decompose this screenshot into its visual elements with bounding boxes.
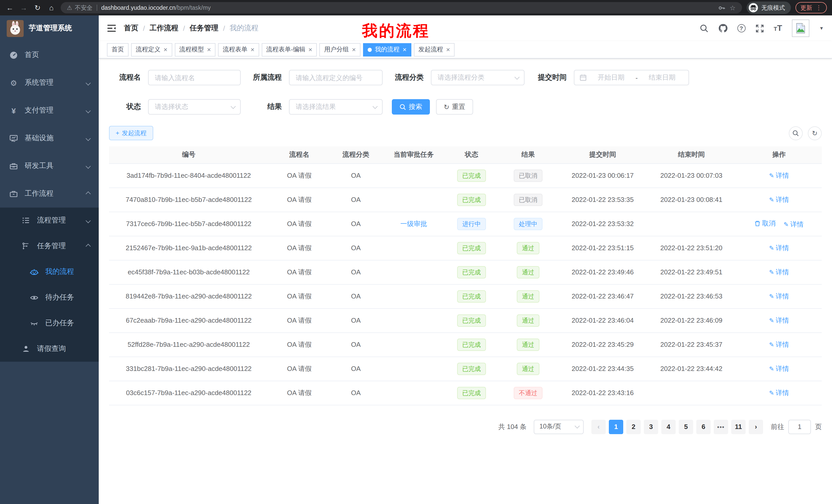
detail-link[interactable]: ✎详情: [769, 243, 789, 253]
detail-link[interactable]: ✎详情: [769, 291, 789, 301]
app-logo[interactable]: 芋道管理系统: [0, 16, 99, 41]
chevron-down-icon: [86, 163, 91, 169]
page-size-select[interactable]: 10条/页: [534, 419, 583, 434]
sidebar-item-devtools[interactable]: 研发工具: [0, 152, 99, 180]
search-button[interactable]: 搜索: [392, 99, 430, 115]
date-range-picker[interactable]: 开始日期 - 结束日期: [574, 70, 689, 85]
reset-button[interactable]: ↻ 重置: [436, 99, 473, 115]
edit-icon: ✎: [769, 341, 774, 347]
result-badge: 通过: [517, 242, 539, 254]
key-icon[interactable]: [718, 4, 726, 11]
sidebar-item-home[interactable]: 首页: [0, 41, 99, 69]
detail-link[interactable]: ✎详情: [769, 316, 789, 325]
bookmark-star-icon[interactable]: ☆: [730, 4, 735, 11]
detail-link[interactable]: ✎详情: [769, 388, 789, 397]
close-icon[interactable]: ×: [251, 46, 254, 53]
close-icon[interactable]: ×: [446, 46, 450, 53]
status-badge: 已完成: [457, 242, 486, 254]
hamburger-collapse-icon[interactable]: [107, 24, 116, 32]
page-button-5[interactable]: 5: [679, 419, 693, 434]
browser-menu-dots-icon[interactable]: ⋮: [816, 4, 822, 11]
process-name-input[interactable]: [148, 70, 241, 85]
breadcrumb: 首页 / 工作流程 / 任务管理 / 我的流程: [124, 24, 258, 33]
tab-my-process[interactable]: 我的流程×: [363, 43, 411, 56]
sidebar-item-process-management[interactable]: 流程管理: [0, 207, 99, 233]
filter-result-label: 结果: [250, 102, 282, 111]
url-text: dashboard.yudao.iocoder.cn/bpm/task/my: [101, 5, 211, 11]
close-icon[interactable]: ×: [163, 46, 167, 53]
next-page-button[interactable]: ›: [749, 419, 763, 434]
tab-home[interactable]: 首页: [107, 43, 129, 56]
page-button-2[interactable]: 2: [626, 419, 641, 434]
browser-reload-icon[interactable]: ↻: [33, 4, 42, 11]
breadcrumb-home[interactable]: 首页: [124, 24, 138, 33]
start-process-button[interactable]: + 发起流程: [109, 126, 153, 140]
goto-page-input[interactable]: [788, 419, 811, 434]
sidebar-item-my-process[interactable]: 我的流程: [0, 259, 99, 285]
process-definition-input[interactable]: [289, 70, 383, 85]
tab-start-process[interactable]: 发起流程×: [414, 43, 454, 56]
category-select[interactable]: 请选择流程分类: [431, 70, 524, 85]
page-button-1[interactable]: 1: [609, 419, 623, 434]
refresh-icon: ↻: [444, 104, 449, 110]
tab-user-group[interactable]: 用户分组×: [319, 43, 361, 56]
edit-icon: ✎: [769, 366, 774, 372]
result-badge: 通过: [517, 266, 539, 278]
current-task-link[interactable]: 一级审批: [400, 220, 427, 227]
sidebar-item-task-management[interactable]: 任务管理: [0, 233, 99, 259]
avatar[interactable]: [792, 20, 809, 37]
sidebar-item-system[interactable]: ⚙ 系统管理: [0, 69, 99, 96]
logo-image: [7, 20, 24, 37]
detail-link[interactable]: ✎详情: [784, 220, 804, 229]
tab-process-definition[interactable]: 流程定义×: [131, 43, 172, 56]
font-size-icon[interactable]: TT: [774, 24, 782, 32]
cancel-link[interactable]: 取消: [754, 219, 775, 228]
github-icon[interactable]: [718, 24, 727, 33]
page-button-11[interactable]: 11: [731, 419, 746, 434]
close-icon[interactable]: ×: [309, 46, 312, 53]
address-bar[interactable]: ⚠ 不安全 dashboard.yudao.iocoder.cn/bpm/tas…: [61, 2, 742, 13]
sidebar-item-done-tasks[interactable]: 已办任务: [0, 310, 99, 336]
help-icon[interactable]: ?: [737, 24, 745, 32]
sidebar-item-leave-query[interactable]: 请假查询: [0, 336, 99, 362]
browser-back-icon[interactable]: ←: [5, 4, 15, 11]
toggle-search-button[interactable]: [789, 126, 803, 140]
detail-link[interactable]: ✎详情: [769, 268, 789, 277]
breadcrumb-task-management[interactable]: 任务管理: [190, 24, 218, 33]
browser-forward-icon[interactable]: →: [19, 4, 28, 11]
sidebar-item-infra[interactable]: 基础设施: [0, 124, 99, 152]
chevron-up-icon: [86, 191, 91, 196]
sidebar-item-payment[interactable]: ¥ 支付管理: [0, 96, 99, 124]
detail-link[interactable]: ✎详情: [769, 364, 789, 373]
refresh-table-button[interactable]: ↻: [808, 126, 822, 140]
page-button-3[interactable]: 3: [644, 419, 658, 434]
detail-link[interactable]: ✎详情: [769, 195, 789, 204]
trash-icon: [754, 220, 760, 226]
avatar-caret-icon[interactable]: ▼: [819, 26, 824, 31]
close-icon[interactable]: ×: [402, 46, 407, 53]
sidebar-item-todo-tasks[interactable]: 待办任务: [0, 285, 99, 310]
detail-link[interactable]: ✎详情: [769, 171, 789, 180]
tab-process-form[interactable]: 流程表单×: [218, 43, 259, 56]
page-button-6[interactable]: 6: [696, 419, 711, 434]
tab-process-form-edit[interactable]: 流程表单-编辑×: [262, 43, 317, 56]
browser-home-icon[interactable]: ⌂: [47, 4, 56, 11]
app-header: 首页 / 工作流程 / 任务管理 / 我的流程 ?: [99, 16, 832, 41]
close-icon[interactable]: ×: [207, 46, 211, 53]
sidebar-item-workflow[interactable]: 工作流程: [0, 180, 99, 207]
detail-link[interactable]: ✎详情: [769, 340, 789, 349]
security-chip[interactable]: ⚠ 不安全: [67, 4, 93, 11]
page-button-4[interactable]: 4: [661, 419, 676, 434]
close-icon[interactable]: ×: [352, 46, 356, 53]
result-badge: 通过: [517, 314, 539, 327]
search-icon[interactable]: [700, 24, 708, 33]
result-select[interactable]: 请选择流结果: [289, 99, 383, 115]
breadcrumb-workflow[interactable]: 工作流程: [150, 24, 178, 33]
prev-page-button[interactable]: ‹: [591, 419, 606, 434]
browser-update-button[interactable]: 更新 ⋮: [795, 2, 827, 13]
tab-process-model[interactable]: 流程模型×: [175, 43, 215, 56]
status-select[interactable]: 请选择状态: [148, 99, 241, 115]
fullscreen-icon[interactable]: [755, 24, 764, 33]
more-pages-button[interactable]: •••: [714, 419, 728, 434]
col-result: 结果: [497, 146, 559, 163]
